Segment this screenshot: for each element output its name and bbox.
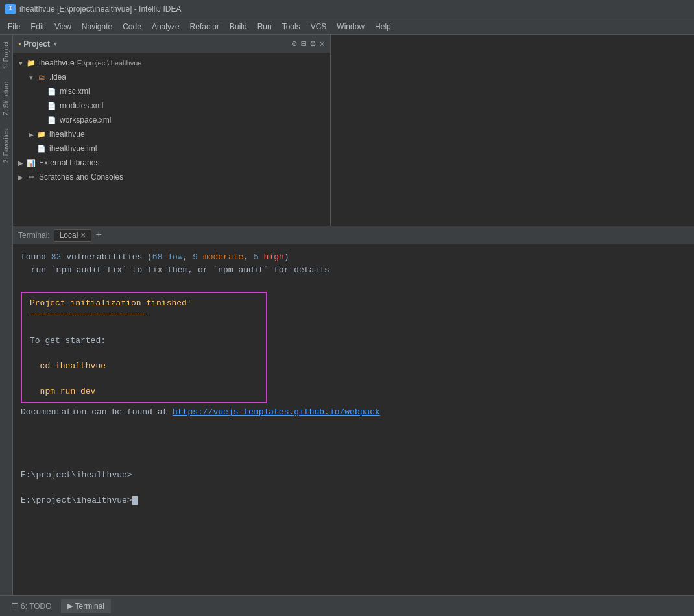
term-vuln-line: found 82 vulnerabilities (68 low, 9 mode…: [21, 251, 686, 264]
term-prompt1: E:\project\ihealthvue>: [21, 469, 686, 482]
scratches-icon: ✏: [26, 172, 36, 182]
menu-build[interactable]: Build: [224, 21, 252, 32]
term-run-line: run `npm audit fix` to fix them, or `npm…: [21, 264, 686, 277]
xml-icon-workspace: 📄: [47, 115, 57, 125]
term-comma1: ,: [183, 252, 193, 262]
menu-tools[interactable]: Tools: [277, 21, 305, 32]
menu-file[interactable]: File: [3, 21, 25, 32]
tree-root-path: E:\project\ihealthvue: [77, 59, 142, 67]
term-init-line2: =======================: [30, 309, 258, 322]
status-tab-todo[interactable]: ☰ 6: TODO: [5, 599, 58, 613]
term-prompt2: E:\project\ihealthvue>: [21, 494, 686, 507]
menu-navigate[interactable]: Navigate: [77, 21, 117, 32]
terminal-output: found 82 vulnerabilities (68 low, 9 mode…: [13, 244, 694, 595]
xml-icon-misc: 📄: [47, 86, 57, 97]
panel-label-project[interactable]: 1: Project: [1, 35, 11, 75]
term-low-label: low: [162, 252, 182, 262]
term-init-line1: Project initialization finished!: [30, 297, 258, 310]
arrow-root: ▼: [16, 60, 26, 67]
panel-label-structure[interactable]: Z: Structure: [1, 75, 11, 122]
menu-vcs[interactable]: VCS: [305, 21, 332, 32]
term-init-npm: npm run dev: [30, 385, 258, 398]
term-mod-num: 9: [193, 252, 198, 262]
term-mod-label: moderate: [198, 252, 243, 262]
tree-item-ihealthvue-folder[interactable]: ▶ 📁 ihealthvue: [13, 127, 330, 141]
terminal-tab-local[interactable]: Local ✕: [54, 229, 92, 242]
menu-bar: File Edit View Navigate Code Analyze Ref…: [0, 18, 694, 35]
tree-item-iml[interactable]: 📄 ihealthvue.iml: [13, 141, 330, 156]
project-dropdown-arrow[interactable]: ▼: [53, 41, 58, 47]
tree-item-scratches[interactable]: ▶ ✏ Scratches and Consoles: [13, 170, 330, 184]
status-tab-terminal-label: Terminal: [75, 602, 104, 611]
terminal-tab-local-name: Local: [60, 231, 78, 240]
terminal-section: Terminal: Local ✕ + found 82 vulnerabili…: [13, 226, 694, 595]
tree-ext-lib-name: External Libraries: [39, 158, 99, 167]
term-init-box: Project initialization finished! =======…: [21, 292, 267, 403]
ext-lib-icon: 📊: [26, 158, 36, 168]
terminal-tab-close[interactable]: ✕: [80, 231, 86, 239]
term-close-paren: ): [284, 252, 289, 262]
term-high-num: 5: [254, 252, 259, 262]
arrow-scratches: ▶: [16, 174, 26, 181]
tree-iml-name: ihealthvue.iml: [49, 144, 97, 153]
menu-window[interactable]: Window: [331, 21, 370, 32]
term-cursor: [132, 496, 138, 505]
project-header: ▪ Project ▼ ⊙ ⊟ ⚙ ✕: [13, 35, 330, 53]
term-vuln-mid: vulnerabilities (: [61, 252, 152, 262]
arrow-idea: ▼: [26, 74, 36, 81]
term-low-num: 68: [152, 252, 163, 262]
project-tree: ▼ 📁 ihealthvue E:\project\ihealthvue ▼ 🗂…: [13, 53, 330, 246]
locate-icon[interactable]: ⊙: [291, 38, 296, 49]
title-bar: I ihealthvue [E:\project\ihealthvue] - I…: [0, 0, 694, 18]
todo-icon: ☰: [12, 602, 18, 610]
terminal-add-tab[interactable]: +: [93, 230, 104, 241]
folder-icon: ▪: [18, 40, 21, 49]
term-doc-link[interactable]: https://vuejs-templates.github.io/webpac…: [173, 407, 380, 417]
menu-refactor[interactable]: Refactor: [185, 21, 224, 32]
terminal-tabs-bar: Terminal: Local ✕ +: [13, 226, 694, 244]
settings-icon[interactable]: ⚙: [310, 38, 315, 49]
iml-icon: 📄: [36, 143, 47, 154]
menu-edit[interactable]: Edit: [25, 21, 49, 32]
menu-help[interactable]: Help: [370, 21, 396, 32]
arrow-ext-lib: ▶: [16, 160, 26, 167]
status-tab-todo-label: 6: TODO: [21, 602, 52, 611]
panel-label-favorites[interactable]: 2: Favorites: [1, 123, 11, 169]
status-bar: ☰ 6: TODO ▶ Terminal: [0, 595, 694, 616]
tree-scratches-name: Scratches and Consoles: [39, 172, 123, 182]
term-found-text: found: [21, 252, 51, 262]
term-doc-line: Documentation can be found at https://vu…: [21, 406, 686, 419]
left-panel-labels: 1: Project Z: Structure 2: Favorites: [0, 35, 13, 595]
hide-icon[interactable]: ✕: [320, 38, 325, 49]
tree-misc-name: misc.xml: [60, 87, 90, 96]
folder-idea-icon: 🗂: [36, 72, 47, 82]
terminal-icon: ▶: [67, 602, 73, 610]
tree-item-root[interactable]: ▼ 📁 ihealthvue E:\project\ihealthvue: [13, 56, 330, 70]
tree-item-misc-xml[interactable]: 📄 misc.xml: [13, 84, 330, 99]
arrow-ihealthvue-folder: ▶: [26, 131, 36, 138]
term-vuln-num: 82: [51, 252, 62, 262]
tree-root-name: ihealthvue: [39, 58, 75, 67]
project-panel-title: ▪ Project ▼: [18, 40, 287, 49]
term-high-label: high: [259, 252, 284, 262]
project-title-text: Project: [23, 40, 50, 49]
terminal-label: Terminal:: [18, 231, 50, 240]
menu-run[interactable]: Run: [252, 21, 277, 32]
app-icon: I: [5, 4, 16, 14]
status-tab-terminal[interactable]: ▶ Terminal: [61, 599, 111, 613]
tree-idea-name: .idea: [49, 73, 66, 82]
window-title: ihealthvue [E:\project\ihealthvue] - Int…: [19, 5, 181, 14]
tree-item-modules-xml[interactable]: 📄 modules.xml: [13, 99, 330, 113]
collapse-icon[interactable]: ⊟: [301, 38, 306, 49]
menu-view[interactable]: View: [49, 21, 77, 32]
tree-ihealthvue-folder-name: ihealthvue: [49, 130, 85, 139]
tree-item-idea[interactable]: ▼ 🗂 .idea: [13, 70, 330, 84]
menu-code[interactable]: Code: [117, 21, 147, 32]
tree-item-workspace-xml[interactable]: 📄 workspace.xml: [13, 113, 330, 127]
menu-analyze[interactable]: Analyze: [147, 21, 185, 32]
xml-icon-modules: 📄: [47, 101, 57, 111]
tree-item-external-libraries[interactable]: ▶ 📊 External Libraries: [13, 156, 330, 170]
tree-modules-name: modules.xml: [60, 101, 103, 110]
term-init-cd: cd ihealthvue: [30, 360, 258, 373]
term-init-line3: To get started:: [30, 335, 258, 348]
